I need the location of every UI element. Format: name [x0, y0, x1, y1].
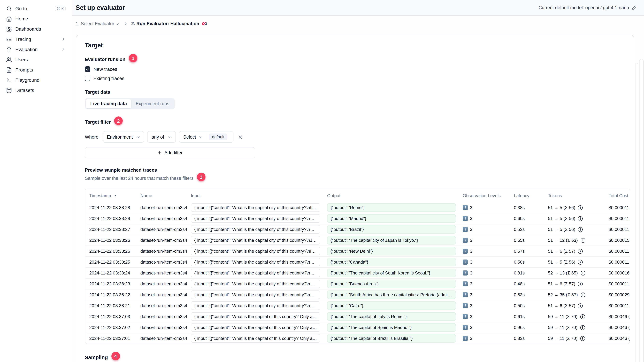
input-value-box[interactable]: {"input":[{"content":"What is the capita… [191, 225, 320, 234]
info-circle-icon[interactable]: i [578, 303, 583, 308]
output-value-box[interactable]: {"output":"Canada"} [327, 258, 456, 266]
output-value-box[interactable]: {"output":"Cairo"} [327, 301, 456, 310]
table-row[interactable]: 2024-11-22 03:38:28dataset-run-item-cm3s… [85, 213, 630, 224]
table-body: 2024-11-22 03:38:28dataset-run-item-cm3s… [85, 202, 630, 344]
column-header-timestamp[interactable]: Timestamp▼ [85, 193, 136, 198]
cell-total-cost: $0.000011 ( [604, 303, 630, 308]
sidebar-item-tracing[interactable]: Tracing [4, 34, 68, 44]
sidebar-item-dashboards[interactable]: Dashboards [4, 24, 68, 34]
cell-output: {"output":"The capital city of Japan is … [323, 236, 459, 245]
output-value-box[interactable]: {"output":"Buenos Aires"} [327, 280, 456, 288]
cell-observation-levels: i3 [459, 249, 510, 254]
breadcrumb-step1[interactable]: 1. Select Evaluator ✓ [76, 21, 120, 26]
column-header-input[interactable]: Input [187, 193, 323, 198]
new-traces-checkbox[interactable] [85, 66, 90, 72]
input-value-box[interactable]: {"input":[{"content":"What is the capita… [191, 301, 320, 310]
table-row[interactable]: 2024-11-22 03:38:28dataset-run-item-cm3s… [85, 202, 630, 213]
info-circle-icon[interactable]: i [580, 292, 585, 297]
input-value-box[interactable]: {"input":[{"content":"What is the capita… [191, 323, 320, 332]
existing-traces-checkbox[interactable] [85, 76, 90, 81]
table-row[interactable]: 2024-11-22 03:38:23dataset-run-item-cm3s… [85, 278, 630, 289]
cell-total-cost: $0.000011 ( [604, 260, 630, 265]
page-scrollbar[interactable] [639, 59, 644, 362]
filter-row: Where Environment any of Select default [85, 131, 634, 143]
output-value-box[interactable]: {"output":"The capital of Brazil is Bras… [327, 334, 456, 343]
input-value-box[interactable]: {"input":[{"content":"What is the capita… [191, 236, 320, 245]
cell-latency: 0.61s [510, 314, 544, 319]
info-circle-icon[interactable]: i [578, 260, 583, 264]
column-header-observation-levels[interactable]: Observation Levels [459, 193, 510, 198]
input-value-box[interactable]: {"input":[{"content":"What is the capita… [191, 258, 320, 266]
info-circle-icon[interactable]: i [578, 249, 583, 254]
input-value-box[interactable]: {"input":[{"content":"What is the capita… [191, 269, 320, 277]
output-value-box[interactable]: {"output":"The capital city of South Kor… [327, 269, 456, 277]
remove-filter-button[interactable] [238, 134, 243, 139]
goto-search[interactable]: Go to... ⌘ K [4, 3, 68, 14]
info-circle-icon[interactable]: i [580, 314, 585, 319]
output-value-box[interactable]: {"output":"Brazil"} [327, 225, 456, 234]
table-row[interactable]: 2024-11-22 03:38:26dataset-run-item-cm3s… [85, 246, 630, 256]
output-value-box[interactable]: {"output":"South Africa has three capita… [327, 291, 456, 299]
column-header-tokens[interactable]: Tokens [544, 193, 604, 198]
existing-traces-option[interactable]: Existing traces [85, 74, 634, 82]
tab-experiment-runs[interactable]: Experiment runs [131, 99, 174, 108]
info-circle-icon[interactable]: i [578, 216, 583, 221]
output-value-box[interactable]: {"output":"The capital city of Japan is … [327, 236, 456, 245]
column-header-name[interactable]: Name [136, 193, 187, 198]
table-row[interactable]: 2024-11-22 03:38:25dataset-run-item-cm3s… [85, 256, 630, 267]
cell-input: {"input":[{"content":"What is the capita… [187, 214, 323, 223]
new-traces-option[interactable]: New traces [85, 65, 634, 73]
output-value-box[interactable]: {"output":"Madrid"} [327, 214, 456, 223]
input-value-box[interactable]: {"input":[{"content":"What is the capita… [191, 312, 320, 321]
input-value-box[interactable]: {"input":[{"content":"What is the capita… [191, 247, 320, 255]
sidebar-item-prompts[interactable]: Prompts [4, 65, 68, 75]
info-circle-icon[interactable]: i [578, 227, 583, 232]
column-header-total-cost[interactable]: Total Cost [604, 193, 630, 198]
tab-live-tracing-data[interactable]: Live tracing data [86, 99, 131, 108]
cell-total-cost: $0.000015 [604, 238, 630, 243]
table-row[interactable]: 2024-11-22 03:38:26dataset-run-item-cm3s… [85, 235, 630, 246]
output-value-box[interactable]: {"output":"Rome"} [327, 203, 456, 212]
cell-latency: 0.53s [510, 227, 544, 232]
input-value-box[interactable]: {"input":[{"content":"What is the capita… [191, 214, 320, 223]
filter-value-select[interactable]: Select default [179, 131, 234, 143]
add-filter-button[interactable]: Add filter [85, 147, 255, 158]
sidebar-item-datasets[interactable]: Datasets [4, 85, 68, 95]
sidebar-item-home[interactable]: Home [4, 14, 68, 24]
filter-field-select[interactable]: Environment [102, 131, 144, 143]
table-row[interactable]: 2024-11-22 03:38:24dataset-run-item-cm3s… [85, 267, 630, 278]
input-value-box[interactable]: {"input":[{"content":"What is the capita… [191, 203, 320, 212]
info-circle-icon[interactable]: i [580, 271, 585, 275]
cell-tokens: 52 → 13 (Σ 65)i [544, 270, 604, 276]
step-badge-3: 3 [197, 173, 206, 181]
top-header: Set up evaluator Current default model: … [72, 0, 644, 16]
sidebar-item-users[interactable]: Users [4, 54, 68, 65]
info-circle-icon[interactable]: i [578, 205, 583, 210]
card-scrollbar[interactable] [635, 63, 638, 362]
info-circle-icon[interactable]: i [578, 282, 583, 286]
output-value-box[interactable]: {"output":"New Delhi"} [327, 247, 456, 255]
table-row[interactable]: 2024-11-22 03:37:02dataset-run-item-cm3s… [85, 322, 630, 333]
input-value-box[interactable]: {"input":[{"content":"What is the capita… [191, 334, 320, 343]
info-circle-icon[interactable]: i [580, 336, 585, 341]
sidebar-item-evaluation[interactable]: Evaluation [4, 44, 68, 54]
step-badge-1: 1 [129, 54, 137, 62]
input-value-box[interactable]: {"input":[{"content":"What is the capita… [191, 291, 320, 299]
table-row[interactable]: 2024-11-22 03:37:03dataset-run-item-cm3s… [85, 311, 630, 322]
table-row[interactable]: 2024-11-22 03:38:22dataset-run-item-cm3s… [85, 289, 630, 300]
output-value-box[interactable]: {"output":"The capital of Italy is Rome.… [327, 312, 456, 321]
info-circle-icon[interactable]: i [580, 238, 585, 243]
edit-pencil-icon[interactable] [632, 5, 636, 10]
filter-operator-select[interactable]: any of [147, 131, 176, 143]
cell-latency: 0.48s [510, 281, 544, 286]
output-value-box[interactable]: {"output":"The capital of Spain is Madri… [327, 323, 456, 332]
table-row[interactable]: 2024-11-22 03:38:21dataset-run-item-cm3s… [85, 300, 630, 311]
table-row[interactable]: 2024-11-22 03:37:01dataset-run-item-cm3s… [85, 333, 630, 344]
info-circle-icon[interactable]: i [580, 325, 585, 330]
column-header-latency[interactable]: Latency [510, 193, 544, 198]
table-row[interactable]: 2024-11-22 03:38:27dataset-run-item-cm3s… [85, 224, 630, 235]
column-header-output[interactable]: Output [323, 193, 459, 198]
cell-name: dataset-run-item-cm3s4 [136, 325, 187, 330]
input-value-box[interactable]: {"input":[{"content":"What is the capita… [191, 280, 320, 288]
sidebar-item-playground[interactable]: Playground [4, 75, 68, 85]
